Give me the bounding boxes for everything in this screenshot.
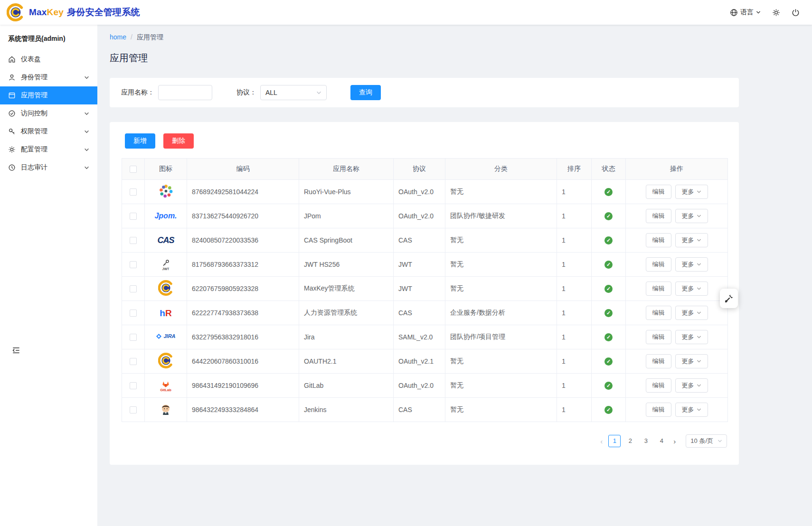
prev-page-button[interactable]: ‹ [598, 437, 605, 445]
delete-button[interactable]: 删除 [163, 133, 194, 149]
search-button[interactable]: 查询 [350, 85, 381, 100]
edit-button[interactable]: 编辑 [646, 378, 671, 393]
more-button[interactable]: 更多 [675, 233, 708, 247]
more-button[interactable]: 更多 [675, 403, 708, 417]
sidebar-item-log-audit[interactable]: 日志审计 [0, 159, 97, 177]
next-page-button[interactable]: › [671, 437, 678, 445]
add-button[interactable]: 新增 [125, 133, 155, 149]
app-icon-jwt: JWT [162, 259, 170, 271]
settings-gear-icon[interactable] [772, 9, 780, 17]
app-header: MaxKey身份安全管理系统 语言 [0, 0, 812, 25]
row-checkbox[interactable] [130, 358, 137, 365]
column-header: 操作 [626, 159, 728, 180]
app-category: 暂无 [445, 374, 557, 398]
app-code: 986431492190109696 [187, 374, 299, 398]
table-panel: 新增 删除 图标编码应用名称协议分类排序状态操作 876892492581044… [110, 122, 739, 465]
sidebar-item-label: 仪表盘 [21, 55, 41, 64]
app-sort: 1 [557, 277, 592, 301]
collapse-menu-icon[interactable] [11, 346, 21, 355]
more-button[interactable]: 更多 [675, 282, 708, 296]
chevron-down-icon [697, 189, 701, 194]
page-size-select[interactable]: 10 条/页 [686, 434, 727, 448]
sidebar-item-config-management[interactable]: 配置管理 [0, 141, 97, 159]
sidebar-item-identity-management[interactable]: 身份管理 [0, 68, 97, 86]
row-checkbox[interactable] [130, 406, 137, 413]
sidebar-item-app-management[interactable]: 应用管理 [0, 86, 97, 104]
sidebar-nav: 仪表盘身份管理应用管理访问控制权限管理配置管理日志审计 [0, 50, 97, 177]
more-button[interactable]: 更多 [675, 330, 708, 344]
more-button[interactable]: 更多 [675, 257, 708, 272]
check-circle-icon: ✓ [604, 261, 613, 269]
chevron-down-icon [697, 214, 701, 218]
row-checkbox[interactable] [130, 261, 137, 268]
page-number-2[interactable]: 2 [624, 435, 636, 447]
table-body: 876892492581044224RuoYi-Vue-PlusOAuth_v2… [122, 180, 728, 422]
edit-button[interactable]: 编辑 [646, 306, 671, 320]
app-sort: 1 [557, 325, 592, 349]
app-name: JPom [299, 204, 394, 228]
edit-button[interactable]: 编辑 [646, 209, 671, 223]
app-code: 817568793663373312 [187, 253, 299, 277]
column-header: 图标 [145, 159, 187, 180]
edit-button[interactable]: 编辑 [646, 330, 671, 344]
row-checkbox[interactable] [130, 310, 137, 317]
language-selector[interactable]: 语言 [730, 8, 761, 17]
app-name: MaxKey管理系统 [299, 277, 394, 301]
more-button[interactable]: 更多 [675, 185, 708, 199]
app-category: 暂无 [445, 277, 557, 301]
floating-tools-button[interactable] [720, 289, 738, 308]
more-button[interactable]: 更多 [675, 378, 708, 393]
page-number-1[interactable]: 1 [608, 435, 621, 447]
app-name-label: 应用名称： [121, 88, 154, 97]
chevron-down-icon [756, 10, 761, 15]
apps-table: 图标编码应用名称协议分类排序状态操作 876892492581044224Ruo… [122, 158, 728, 422]
row-checkbox[interactable] [130, 188, 137, 196]
chevron-down-icon [84, 147, 89, 152]
row-checkbox[interactable] [130, 237, 137, 244]
app-name: Jira [299, 325, 394, 349]
app-icon-gitlab: GitLab [160, 379, 171, 392]
brand-max: Max [29, 7, 47, 17]
more-button[interactable]: 更多 [675, 306, 708, 320]
app-code: 644220607860310016 [187, 349, 299, 374]
app-name-input[interactable] [158, 85, 212, 100]
more-button[interactable]: 更多 [675, 209, 708, 223]
edit-button[interactable]: 编辑 [646, 354, 671, 368]
edit-button[interactable]: 编辑 [646, 282, 671, 296]
app-protocol: OAuth_v2.0 [394, 374, 445, 398]
edit-button[interactable]: 编辑 [646, 257, 671, 272]
more-button[interactable]: 更多 [675, 354, 708, 368]
app-protocol: SAML_v2.0 [394, 325, 445, 349]
breadcrumb-home-link[interactable]: home [110, 33, 126, 41]
main-content: home/应用管理 应用管理 应用名称： 协议： ALL 查询 新增 删除 图标… [97, 25, 812, 526]
chevron-down-icon [697, 286, 701, 291]
select-all-checkbox[interactable] [130, 166, 137, 173]
sidebar-item-label: 权限管理 [21, 127, 47, 136]
app-protocol: OAuth_v2.0 [394, 180, 445, 204]
row-checkbox[interactable] [130, 382, 137, 389]
protocol-selected-value: ALL [265, 89, 277, 96]
app-sort: 1 [557, 228, 592, 253]
sidebar-item-permission-management[interactable]: 权限管理 [0, 122, 97, 141]
row-checkbox[interactable] [130, 334, 137, 341]
row-checkbox[interactable] [130, 213, 137, 220]
check-circle-icon: ✓ [604, 236, 613, 244]
row-checkbox[interactable] [130, 285, 137, 292]
chevron-down-icon [84, 111, 89, 116]
chevron-down-icon [697, 262, 701, 267]
sidebar-item-label: 日志审计 [21, 163, 47, 172]
app-category: 暂无 [445, 253, 557, 277]
edit-button[interactable]: 编辑 [646, 233, 671, 247]
sidebar-item-label: 配置管理 [21, 145, 47, 154]
protocol-select[interactable]: ALL [260, 85, 327, 100]
edit-button[interactable]: 编辑 [646, 403, 671, 417]
page-number-3[interactable]: 3 [640, 435, 652, 447]
edit-button[interactable]: 编辑 [646, 185, 671, 199]
app-icon-maxkey [158, 280, 174, 296]
protocol-label: 协议： [236, 88, 256, 97]
app-category: 暂无 [445, 180, 557, 204]
logout-power-icon[interactable] [792, 9, 800, 17]
page-number-4[interactable]: 4 [655, 435, 668, 447]
sidebar-item-access-control[interactable]: 访问控制 [0, 104, 97, 122]
sidebar-item-dashboard[interactable]: 仪表盘 [0, 50, 97, 68]
